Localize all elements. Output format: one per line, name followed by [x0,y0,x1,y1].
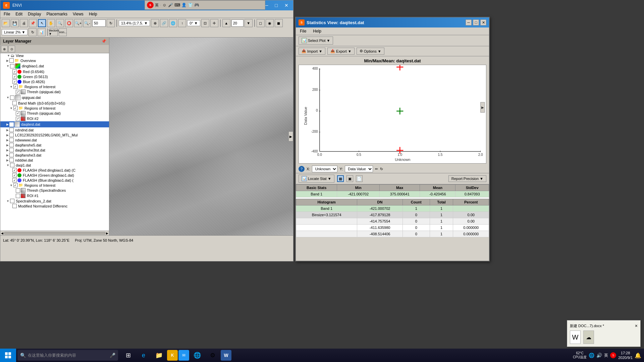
menu-placemarks[interactable]: Placemarks [44,11,69,17]
x-axis-select[interactable]: Unknown [312,166,337,172]
roi-folder3-checkbox[interactable] [13,183,18,187]
tree-flaash-green[interactable]: FLAASH (Green:dingbiao1.dat) [0,173,109,178]
start-button[interactable] [0,349,16,362]
layer-tool-1[interactable]: ⊕ [1,46,8,52]
stat-view-btn3[interactable]: 📄 [356,175,363,182]
refresh2-button[interactable]: ↻ [29,28,37,36]
notification-tray-icon[interactable]: 🔔 [635,352,641,359]
brightness-input[interactable] [231,19,244,27]
refresh-button[interactable]: ↻ [107,19,115,27]
stats-close-button[interactable]: ✕ [480,19,486,25]
menu-views[interactable]: Views [71,11,86,17]
spectralindices-checkbox[interactable] [10,199,14,203]
circle-button[interactable]: ⭕ [65,19,73,27]
tree-view[interactable]: ▼ 🗂 View [0,53,109,58]
keyboard-icon[interactable]: 英 [604,353,608,358]
save-button[interactable]: 💾 [11,19,19,27]
hist-button[interactable]: 📊 [38,28,46,36]
stat-view-btn1[interactable]: ▦ [337,175,344,182]
roi2-checkbox[interactable] [16,117,20,121]
stretch-dropdown[interactable]: Linear 2% ▼ [2,29,28,35]
report-precision-button[interactable]: Report Precision ▼ [448,175,486,182]
export-button[interactable]: 📤 Export ▼ [327,48,355,55]
scroll-right-icon[interactable]: ▶ [106,232,108,235]
network-icon[interactable]: 🌐 [589,353,594,358]
task-folder-icon[interactable]: 📁 [152,349,166,361]
menu-edit[interactable]: Edit [13,11,24,17]
maximize-button[interactable]: □ [273,3,280,8]
bandmath-checkbox[interactable] [12,101,17,105]
stat-view-btn2[interactable]: ▣ [346,175,353,182]
task-settings-icon[interactable]: ⚙ [205,349,220,361]
north-button[interactable]: ↑ [178,19,186,27]
sogou-tray-icon[interactable]: S [610,352,616,358]
thresh1-checkbox[interactable] [16,90,20,94]
tree-lc81230[interactable]: ▶ LC81230292015298LGN00_MTL_Mul [0,132,109,137]
tree-daqitest[interactable]: ▶ daqitest.dat [0,121,109,127]
red-checkbox[interactable] [12,69,17,74]
stats-menu-file[interactable]: File [299,28,308,34]
overview-checkbox[interactable] [9,58,14,63]
tree-flaash-red[interactable]: FLAASH (Red:dingbiao1.dat) (C [0,168,109,173]
tree-daqifanshe3[interactable]: ▶ daqifanshe3.dat [0,153,109,158]
thresh3-checkbox[interactable] [16,188,20,193]
zoom-percent-input[interactable] [92,19,106,27]
pin-button[interactable]: 📌 [29,19,37,27]
close-button[interactable]: ✕ [282,3,290,8]
tree-ndwwwwi[interactable]: ▶ ndwwwwi.dat [0,137,109,142]
layer-manager-pin-icon[interactable]: 📌 [101,39,106,44]
ann-button[interactable]: Ann... [59,28,67,36]
stats-maximize-button[interactable]: □ [473,19,479,25]
tree-bandmath[interactable]: Band Math ((b3-b5)/(b3+b5)) [0,101,109,106]
tree-red[interactable]: Red (0.6546) [0,69,109,74]
tree-green[interactable]: Green (0.5613) [0,74,109,79]
tree-thresh2[interactable]: Thresh (qiqiguai.dat) [0,111,109,116]
ndddwi-checkbox[interactable] [9,158,14,162]
daqifanshe5-checkbox[interactable] [9,143,14,147]
tree-thresh3[interactable]: Thresh (SpectralIndices [0,188,109,193]
map-expand-arrow[interactable]: ▶ [288,131,293,141]
daqifanshe3tst-checkbox[interactable] [9,148,14,152]
task-app1-icon[interactable]: K [167,350,178,361]
scroll-left-icon[interactable]: ◀ [1,232,3,235]
select-plot-button[interactable]: 📊 Select Plot ▼ [299,37,333,45]
volume-icon[interactable]: 🔊 [596,353,602,358]
menu-help[interactable]: Help [87,11,99,17]
ndndnd-checkbox[interactable] [9,128,14,132]
import-button[interactable]: 📥 Import ▼ [299,48,325,55]
ndwwwwi-checkbox[interactable] [9,138,14,142]
roi3-button[interactable]: ◼ [275,19,283,27]
tree-daqi1[interactable]: ▼ daqi1.dat [0,163,109,168]
tree-roi1[interactable]: ROI #1 [0,193,109,198]
tree-ndddwi[interactable]: ▶ ndddwi.dat [0,158,109,163]
menu-display[interactable]: Display [26,11,43,17]
lc81230-checkbox[interactable] [9,133,14,137]
vector-button[interactable]: Vectors ▼ [50,28,58,36]
task-word-icon[interactable]: W [221,350,231,361]
tree-ndndnd[interactable]: ▶ ndndnd.dat [0,127,109,132]
daqitest-checkbox[interactable] [9,122,14,127]
tree-thresh1[interactable]: Thresh (qiqiguai.dat) [0,89,109,95]
tree-roi-folder2[interactable]: ▼ 📁 Regions of Interest [0,106,109,111]
qiqiguai-checkbox[interactable] [10,96,14,100]
tree-flaash-blue[interactable]: FLAASH (Blue:dingbiao1.dat) ( [0,178,109,183]
geo-button[interactable]: 🌐 [169,19,177,27]
roi-folder2-checkbox[interactable] [13,106,18,110]
horizontal-scrollbar[interactable]: ◀ ▶ [0,231,109,235]
roi-folder1-checkbox[interactable] [13,84,18,89]
move-down-button[interactable]: ▼ [245,19,253,27]
tree-blue[interactable]: Blue (0.4826) [0,79,109,84]
y-axis-select[interactable]: Data Value [345,166,373,172]
help-icon[interactable]: ? [299,166,305,172]
tree-qiqiguai[interactable]: ▼ qiqiguai.dat [0,95,109,101]
locate-stat-button[interactable]: 📊 Locate Stat ▼ [299,175,334,183]
zoom-button[interactable]: 🔍 [56,19,64,27]
cursor-button[interactable]: ✛ [210,19,218,27]
zoom-level-dropdown[interactable]: 13.4% (1:7.5. ▼ [119,20,150,26]
fit-button[interactable]: ⊡ [201,19,209,27]
refresh-chart-icon[interactable]: ↻ [380,167,383,171]
daqi1-checkbox[interactable] [10,163,14,167]
taskbar-search-box[interactable]: 🔍 在这里输入你要搜索的内容 🎤 [17,350,118,361]
roi-button[interactable]: ◻ [257,19,265,27]
move-up-button[interactable]: ▲ [222,19,230,27]
